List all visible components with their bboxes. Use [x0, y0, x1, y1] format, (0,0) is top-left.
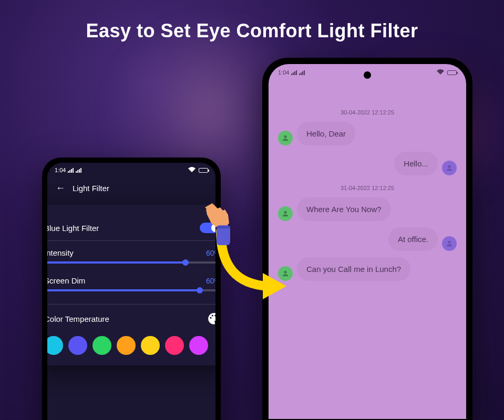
phone-right-screen: 1:04 30-04-2022 12:12:25 Hello, Dear [269, 64, 466, 419]
status-time-right: 1:04 [278, 69, 289, 76]
status-time: 1:04 [55, 167, 66, 173]
wifi-icon [188, 167, 196, 173]
svg-rect-1 [217, 226, 230, 228]
chat-bubble[interactable]: Hello... [394, 152, 438, 175]
status-bar: 1:04 [47, 163, 215, 177]
signal-icon [68, 168, 74, 173]
chat-bubble[interactable]: Where Are You Now? [297, 197, 391, 221]
chat-bubble[interactable]: Can you Call me in Lunch? [297, 257, 410, 281]
blue-light-label: Blue Light Filter [47, 224, 99, 233]
swatch-blue[interactable] [68, 336, 87, 355]
screen-dim-slider[interactable] [47, 289, 215, 291]
chat-content: 30-04-2022 12:12:25 Hello, Dear Hello...… [269, 81, 466, 281]
swatch-pink[interactable] [165, 336, 184, 355]
intensity-label: Intensity [47, 248, 74, 257]
timestamp-1: 30-04-2022 12:12:25 [278, 109, 457, 116]
swatch-yellow[interactable] [141, 336, 160, 355]
settings-panel: Blue Light Filter Intensity 60% Screen D… [47, 205, 215, 365]
timestamp-2: 31-04-2022 12:12:25 [278, 185, 457, 191]
message-row: Hello... [278, 152, 457, 175]
color-swatches [47, 331, 215, 355]
intensity-slider[interactable] [47, 261, 215, 264]
screen-dim-label: Screen Dim [47, 276, 85, 285]
swatch-green[interactable] [92, 336, 111, 355]
pointing-hand-icon [202, 203, 239, 253]
svg-point-2 [284, 135, 286, 138]
headline: Easy to Set Eye Comfort Light Filter [0, 20, 504, 42]
battery-icon [447, 70, 457, 75]
swatch-cyan[interactable] [47, 336, 63, 355]
back-icon[interactable]: ← [56, 183, 65, 194]
message-row: Can you Call me in Lunch? [278, 257, 457, 281]
signal-icon-2 [299, 70, 305, 75]
svg-point-5 [448, 241, 450, 244]
svg-point-4 [284, 211, 286, 214]
message-row: Where Are You Now? [278, 197, 457, 221]
svg-point-3 [448, 165, 450, 168]
wifi-icon [437, 69, 444, 76]
signal-icon [291, 70, 297, 75]
phone-left-screen: 1:04 ← Light Filter Blue Light Filter [47, 163, 215, 420]
message-row: At office. [278, 227, 457, 251]
battery-icon [199, 168, 208, 173]
page-title: Light Filter [73, 184, 109, 193]
chat-bubble[interactable]: Hello, Dear [297, 122, 355, 145]
app-header: ← Light Filter [47, 177, 215, 199]
palette-icon[interactable] [207, 312, 215, 326]
avatar-icon [442, 161, 457, 175]
avatar-icon [278, 131, 293, 145]
signal-icon-2 [76, 168, 81, 173]
camera-dot [364, 71, 371, 79]
phone-left-frame: 1:04 ← Light Filter Blue Light Filter [42, 158, 221, 420]
swatch-orange[interactable] [117, 336, 136, 355]
avatar-icon [442, 236, 457, 251]
message-row: Hello, Dear [278, 122, 457, 145]
chat-bubble[interactable]: At office. [388, 227, 438, 251]
avatar-icon [278, 206, 293, 221]
color-temp-label: Color Temperature [47, 314, 109, 323]
swatch-magenta[interactable] [189, 336, 208, 355]
